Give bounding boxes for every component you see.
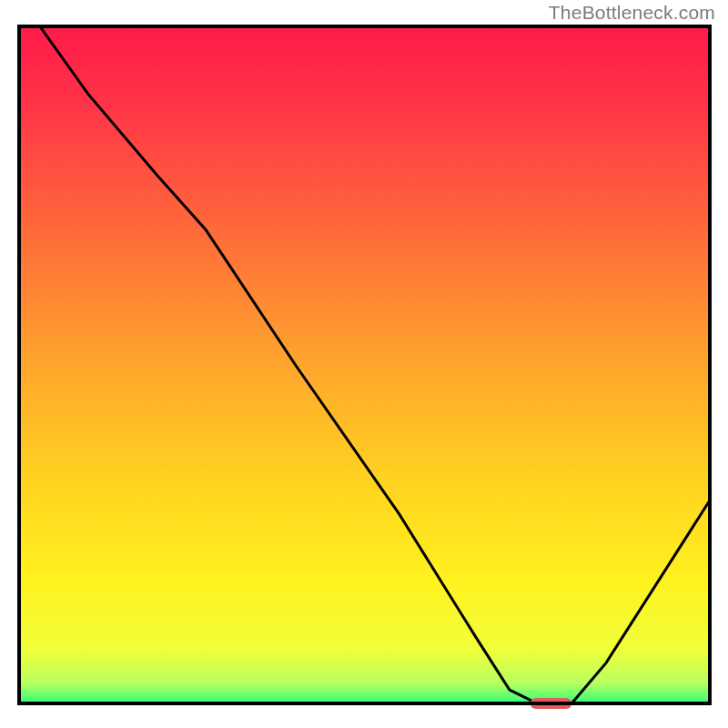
- watermark-text: TheBottleneck.com: [549, 2, 715, 24]
- gradient-background: [19, 26, 710, 703]
- bottleneck-chart: [0, 0, 728, 728]
- chart-container: { "watermark": "TheBottleneck.com", "col…: [0, 0, 728, 728]
